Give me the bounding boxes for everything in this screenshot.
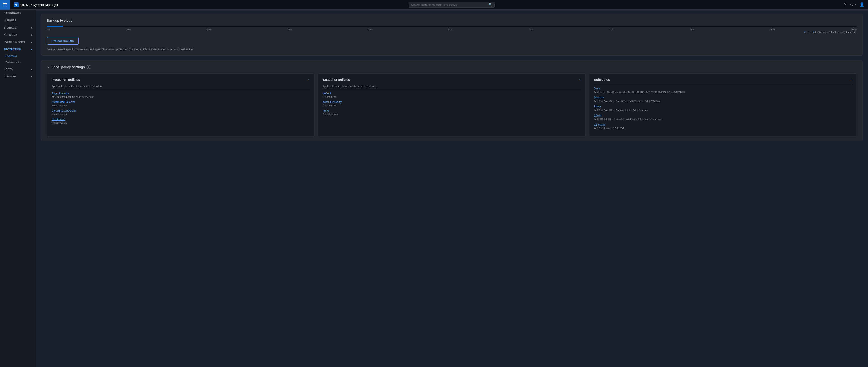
policy-detail-automatedfailover: No schedules — [52, 104, 310, 107]
schedules-header: Schedules → — [594, 78, 852, 82]
policy-name-continuous[interactable]: Continuous — [52, 118, 310, 121]
protection-policies-header: Protection policies → — [52, 78, 310, 82]
policy-section-title: Local policy settings — [51, 65, 85, 69]
snapshot-policies-arrow[interactable]: → — [577, 78, 581, 82]
policy-section-header: ▲ Local policy settings i — [47, 65, 857, 69]
snapshot-name-default[interactable]: default — [323, 92, 581, 95]
topbar-actions: ? </> 👤 — [840, 2, 868, 7]
policy-entry-cloudbackupdefault: CloudBackupDefault No schedules — [52, 109, 310, 115]
progress-label-100: 100% — [851, 28, 857, 31]
progress-label-40: 40% — [368, 28, 372, 31]
sidebar-item-hosts[interactable]: HOSTS ▾ — [0, 66, 36, 73]
progress-note-text: buckets aren't backed up to the cloud. — [815, 31, 857, 33]
policy-entry-continuous: Continuous No schedules — [52, 118, 310, 124]
snapshot-name-default1weekly[interactable]: default-1weekly — [323, 100, 581, 103]
progress-note-total: 2 — [813, 31, 814, 33]
app-logo: N ONTAP System Manager — [9, 2, 63, 7]
schedule-name-5min[interactable]: 5min — [594, 87, 852, 90]
policy-name-cloudbackupdefault[interactable]: CloudBackupDefault — [52, 109, 310, 112]
protect-buckets-button[interactable]: Protect buckets — [47, 37, 79, 44]
snapshot-detail-default1weekly: 3 Schedules — [323, 104, 581, 107]
snapshot-policies-card: Snapshot policies → Applicable when this… — [318, 73, 586, 136]
schedule-detail-8hour: At 02:15 AM, 10:15 AM and 06:15 PM, ever… — [594, 109, 852, 111]
code-button[interactable]: </> — [850, 2, 856, 7]
progress-label-20: 20% — [207, 28, 211, 31]
topbar: N ONTAP System Manager 🔍 ? </> 👤 — [0, 0, 868, 9]
sidebar-label-network: NETWORK — [4, 33, 17, 36]
chevron-down-icon: ▾ — [31, 68, 32, 70]
sidebar-item-cluster[interactable]: CLUSTER ▾ — [0, 73, 36, 80]
chevron-down-icon: ▾ — [31, 41, 32, 43]
policy-section: ▲ Local policy settings i Protection pol… — [41, 60, 863, 141]
sidebar-item-events-jobs[interactable]: EVENTS & JOBS ▾ — [0, 38, 36, 46]
progress-label-30: 30% — [287, 28, 292, 31]
sidebar-label-insights: INSIGHTS — [4, 19, 16, 22]
schedule-entry-10min: 10min At 0, 10, 20, 30, 40, and 50 minut… — [594, 114, 852, 120]
schedule-name-12hourly[interactable]: 12-hourly — [594, 123, 852, 126]
search-box[interactable]: 🔍 — [409, 2, 495, 8]
schedule-detail-10min: At 0, 10, 20, 30, 40, and 50 minutes pas… — [594, 118, 852, 120]
search-icon: 🔍 — [488, 3, 492, 6]
progress-label-90: 90% — [771, 28, 775, 31]
snapshot-entry-default1weekly: default-1weekly 3 Schedules — [323, 100, 581, 107]
progress-bar-background — [47, 26, 857, 27]
app-title: ONTAP System Manager — [20, 3, 58, 6]
policy-entry-asynchronous: Asynchronous At 5 minutes past the hour,… — [52, 92, 310, 98]
search-input[interactable] — [411, 3, 487, 6]
sidebar-label-dashboard: DASHBOARD — [4, 12, 21, 14]
schedule-detail-5min: At 0, 5, 10, 15, 20, 25, 30, 35, 40, 45,… — [594, 91, 852, 93]
sidebar-item-storage[interactable]: STORAGE ▾ — [0, 24, 36, 31]
user-button[interactable]: 👤 — [859, 2, 864, 7]
snapshot-policies-title: Snapshot policies — [323, 78, 350, 82]
progress-note: 2 of the 2 buckets aren't backed up to t… — [47, 31, 857, 33]
sidebar: DASHBOARD INSIGHTS STORAGE ▾ NETWORK ▾ E… — [0, 9, 36, 367]
sidebar-item-protection[interactable]: PROTECTION ▴ — [0, 46, 36, 53]
search-area: 🔍 — [63, 2, 840, 8]
sidebar-sublabel-relationships: Relationships — [5, 61, 22, 64]
chevron-down-icon: ▾ — [31, 27, 32, 29]
sidebar-label-protection: PROTECTION — [4, 48, 21, 51]
progress-note-of: of the — [806, 31, 813, 33]
hamburger-icon — [3, 3, 7, 6]
sidebar-label-events-jobs: EVENTS & JOBS — [4, 41, 25, 43]
svg-text:N: N — [15, 3, 17, 6]
protection-policies-arrow[interactable]: → — [306, 78, 310, 82]
sidebar-label-storage: STORAGE — [4, 26, 17, 29]
help-button[interactable]: ? — [844, 2, 846, 7]
sidebar-item-dashboard[interactable]: DASHBOARD — [0, 9, 36, 17]
schedule-entry-5min: 5min At 0, 5, 10, 15, 20, 25, 30, 35, 40… — [594, 87, 852, 93]
sidebar-item-insights[interactable]: INSIGHTS — [0, 17, 36, 24]
protect-description: Lets you select specific buckets for set… — [47, 48, 857, 51]
sidebar-label-cluster: CLUSTER — [4, 75, 16, 78]
schedule-name-6hourly[interactable]: 6-hourly — [594, 96, 852, 99]
policy-name-automatedfailover[interactable]: AutomatedFailOver — [52, 100, 310, 103]
menu-button[interactable] — [0, 0, 9, 9]
collapse-icon[interactable]: ▲ — [47, 65, 50, 68]
protection-policies-subtitle: Applicable when this cluster is the dest… — [52, 85, 310, 88]
schedule-entry-12hourly: 12-hourly At 12:15 AM and 12:15 PM... — [594, 123, 852, 129]
snapshot-policies-subtitle: Applicable when this cluster is the sour… — [323, 85, 581, 88]
sidebar-subitem-overview[interactable]: Overview — [0, 53, 36, 59]
sidebar-label-hosts: HOSTS — [4, 68, 13, 70]
schedule-name-10min[interactable]: 10min — [594, 114, 852, 117]
snapshot-policies-header: Snapshot policies → — [323, 78, 581, 82]
schedule-detail-6hourly: At 12:15 AM, 06:15 AM, 12:15 PM and 06:1… — [594, 99, 852, 102]
schedules-arrow[interactable]: → — [848, 78, 852, 82]
main-content: Back up to cloud 0% 10% 20% 30% 40% 50% … — [36, 9, 868, 367]
schedule-name-8hour[interactable]: 8hour — [594, 105, 852, 108]
info-icon[interactable]: i — [87, 65, 90, 69]
sidebar-subitem-relationships[interactable]: Relationships — [0, 59, 36, 66]
progress-bar-fill — [47, 26, 63, 27]
snapshot-entry-default: default 3 Schedules — [323, 92, 581, 98]
content-area: Back up to cloud 0% 10% 20% 30% 40% 50% … — [36, 9, 868, 146]
progress-bar-container — [47, 26, 857, 27]
snapshot-name-none[interactable]: none — [323, 109, 581, 112]
progress-label-80: 80% — [690, 28, 694, 31]
policy-entry-automatedfailover: AutomatedFailOver No schedules — [52, 100, 310, 107]
policy-name-asynchronous[interactable]: Asynchronous — [52, 92, 310, 95]
schedule-entry-6hourly: 6-hourly At 12:15 AM, 06:15 AM, 12:15 PM… — [594, 96, 852, 102]
schedule-entry-8hour: 8hour At 02:15 AM, 10:15 AM and 06:15 PM… — [594, 105, 852, 111]
sidebar-item-network[interactable]: NETWORK ▾ — [0, 31, 36, 38]
progress-label-0: 0% — [47, 28, 50, 31]
policy-detail-cloudbackupdefault: No schedules — [52, 113, 310, 115]
